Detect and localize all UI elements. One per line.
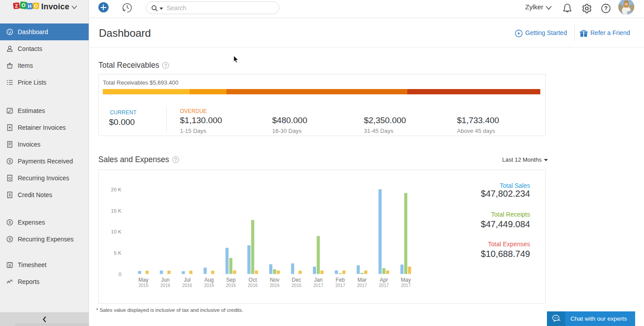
svg-text:2017: 2017 xyxy=(335,283,345,287)
svg-text:$: $ xyxy=(8,220,11,225)
svg-text:0: 0 xyxy=(119,271,121,276)
svg-text:May: May xyxy=(401,276,411,283)
svg-text:$: $ xyxy=(8,193,11,197)
svg-text:Aug: Aug xyxy=(204,276,214,283)
svg-text:Nov: Nov xyxy=(270,276,279,283)
svg-text:2016: 2016 xyxy=(226,283,236,287)
svg-text:Oct: Oct xyxy=(249,276,257,283)
svg-text:Jun: Jun xyxy=(161,276,169,283)
svg-text:$: $ xyxy=(8,159,11,163)
svg-text:2016: 2016 xyxy=(269,283,280,287)
svg-text:2017: 2017 xyxy=(401,283,411,287)
svg-text:20 K: 20 K xyxy=(111,187,121,192)
svg-text:?: ? xyxy=(604,5,608,12)
svg-text:$: $ xyxy=(8,237,11,241)
svg-text:Mar: Mar xyxy=(358,276,367,283)
svg-text:5 K: 5 K xyxy=(114,250,122,255)
svg-text:Apr: Apr xyxy=(380,276,388,283)
svg-text:2016: 2016 xyxy=(138,283,148,287)
svg-text:2016: 2016 xyxy=(248,283,258,287)
svg-text:Dec: Dec xyxy=(292,276,301,283)
svg-text:2017: 2017 xyxy=(357,283,367,287)
svg-text:2016: 2016 xyxy=(204,283,214,287)
svg-text:15 K: 15 K xyxy=(111,208,121,213)
svg-text:2016: 2016 xyxy=(292,283,302,287)
svg-text:2017: 2017 xyxy=(379,283,389,287)
svg-text:Jul: Jul xyxy=(184,276,191,283)
svg-text:Feb: Feb xyxy=(336,276,345,283)
svg-text:2016: 2016 xyxy=(160,283,171,287)
svg-text:Jan: Jan xyxy=(314,276,323,283)
svg-text:Sep: Sep xyxy=(226,276,236,283)
svg-text:2016: 2016 xyxy=(182,283,192,287)
svg-text:10 K: 10 K xyxy=(111,229,121,234)
svg-text:2017: 2017 xyxy=(313,283,324,287)
svg-text:May: May xyxy=(138,276,148,283)
